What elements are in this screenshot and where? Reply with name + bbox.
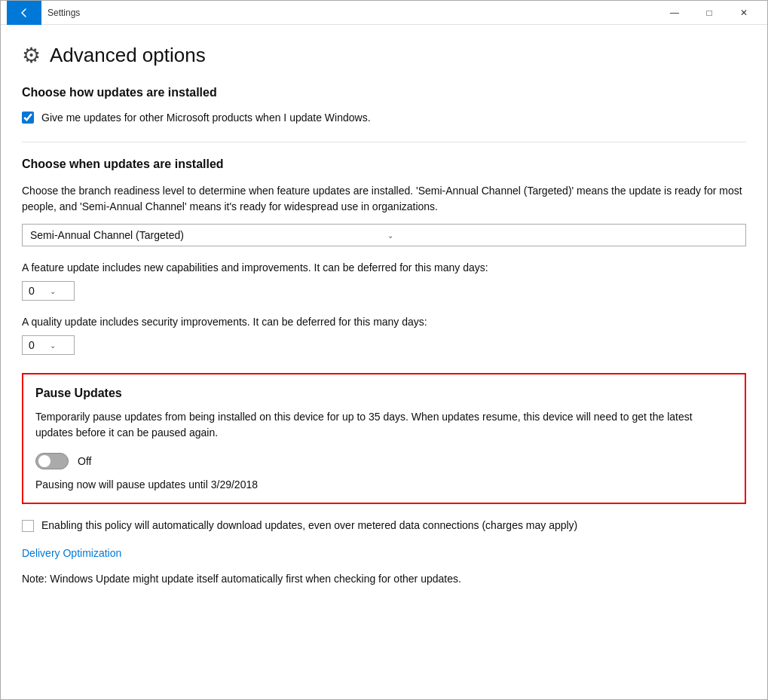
window-controls: — □ ✕ bbox=[657, 1, 761, 25]
main-content: ⚙ Advanced options Choose how updates ar… bbox=[1, 25, 767, 699]
close-button[interactable]: ✕ bbox=[727, 1, 761, 25]
feature-defer-dropdown[interactable]: 0 ⌄ bbox=[22, 281, 75, 301]
microsoft-products-row: Give me updates for other Microsoft prod… bbox=[22, 112, 746, 124]
window-title: Settings bbox=[47, 8, 657, 18]
metered-checkbox[interactable] bbox=[22, 520, 34, 532]
chevron-down-icon-3: ⌄ bbox=[50, 341, 68, 350]
channel-dropdown-value: Semi-Annual Channel (Targeted) bbox=[30, 229, 381, 241]
quality-defer-value: 0 bbox=[29, 339, 47, 351]
title-bar: Settings — □ ✕ bbox=[1, 1, 767, 25]
pause-toggle[interactable] bbox=[35, 453, 69, 469]
minimize-button[interactable]: — bbox=[657, 1, 692, 25]
settings-window: Settings — □ ✕ ⚙ Advanced options Choose… bbox=[0, 0, 768, 700]
microsoft-products-checkbox[interactable] bbox=[22, 112, 34, 124]
divider-1 bbox=[22, 142, 746, 142]
pause-until-text: Pausing now will pause updates until 3/2… bbox=[35, 478, 733, 491]
chevron-down-icon-2: ⌄ bbox=[50, 287, 68, 295]
pause-updates-title: Pause Updates bbox=[35, 387, 733, 400]
pause-toggle-label: Off bbox=[78, 455, 91, 467]
pause-updates-description: Temporarily pause updates from being ins… bbox=[35, 409, 733, 441]
gear-icon: ⚙ bbox=[22, 43, 41, 68]
section-choose-when: Choose when updates are installed Choose… bbox=[22, 157, 746, 355]
page-title: Advanced options bbox=[50, 44, 206, 67]
feature-update-label: A feature update includes new capabiliti… bbox=[22, 261, 746, 274]
pause-toggle-row: Off bbox=[35, 453, 733, 469]
quality-update-label: A quality update includes security impro… bbox=[22, 316, 746, 328]
chevron-down-icon: ⌄ bbox=[387, 231, 739, 240]
metered-row: Enabling this policy will automatically … bbox=[22, 519, 746, 532]
feature-defer-value: 0 bbox=[29, 285, 47, 297]
maximize-button[interactable]: □ bbox=[692, 1, 727, 25]
choose-when-title: Choose when updates are installed bbox=[22, 157, 746, 171]
metered-label: Enabling this policy will automatically … bbox=[41, 519, 577, 531]
channel-dropdown[interactable]: Semi-Annual Channel (Targeted) ⌄ bbox=[22, 224, 746, 246]
choose-how-title: Choose how updates are installed bbox=[22, 86, 746, 99]
delivery-optimization-link[interactable]: Delivery Optimization bbox=[22, 547, 746, 559]
quality-defer-dropdown[interactable]: 0 ⌄ bbox=[22, 335, 75, 355]
choose-when-description: Choose the branch readiness level to det… bbox=[22, 183, 746, 215]
microsoft-products-label: Give me updates for other Microsoft prod… bbox=[41, 112, 371, 124]
back-button[interactable] bbox=[7, 1, 41, 25]
page-header: ⚙ Advanced options bbox=[22, 43, 746, 68]
section-choose-how: Choose how updates are installed Give me… bbox=[22, 86, 746, 124]
note-text: Note: Windows Update might update itself… bbox=[22, 571, 746, 587]
pause-updates-box: Pause Updates Temporarily pause updates … bbox=[22, 373, 746, 504]
